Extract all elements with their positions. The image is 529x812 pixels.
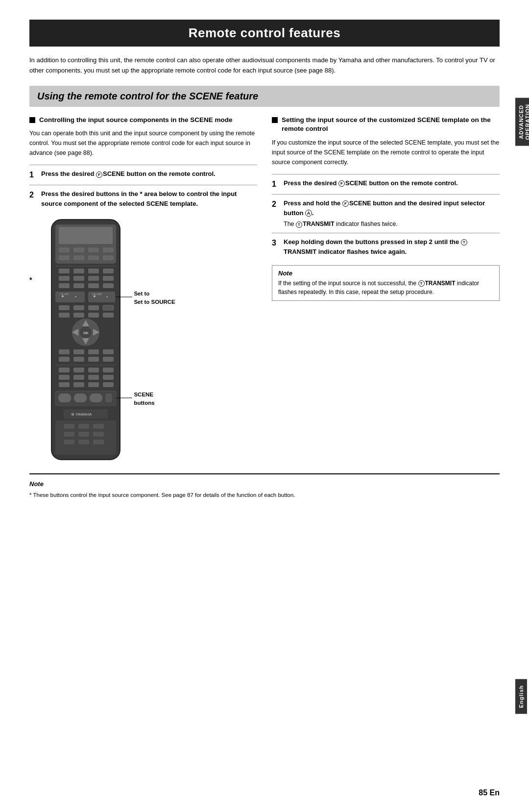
svg-rect-84 [93,440,104,444]
scene-circle-f-icon-r2: F [342,200,349,207]
svg-rect-82 [64,440,74,444]
svg-rect-20 [59,283,70,288]
svg-rect-78 [93,424,104,429]
svg-rect-13 [73,269,84,273]
svg-rect-38 [88,313,99,318]
svg-rect-37 [73,313,84,318]
bottom-note-text: * These buttons control the input source… [29,491,295,499]
left-steps-list: 1 Press the desired FSCENE button on the… [29,165,257,212]
svg-rect-72 [105,394,112,402]
svg-rect-3 [59,247,70,252]
svg-rect-60 [59,375,70,380]
right-subsection-title-row: Setting the input source of the customiz… [272,116,500,134]
circle-a-icon: A [305,210,312,217]
right-note-text: If the setting of the input source is no… [278,279,493,296]
left-subsection-title: Controlling the input source components … [39,116,233,125]
svg-rect-63 [103,375,114,380]
callout-scene: SCENEbuttons [134,391,154,406]
svg-text:VOLUME: VOLUME [92,293,102,295]
svg-rect-56 [59,368,70,372]
col-left: Controlling the input source components … [29,116,257,464]
svg-rect-77 [78,424,89,429]
bottom-note-inner: Note * These buttons control the input s… [29,479,295,499]
right-step-2-text: Press and hold the FSCENE button and the… [284,199,485,217]
bottom-note-title: Note [29,479,295,489]
transmit-circle-icon-note: T [418,280,425,287]
right-step-number-2: 2 [272,198,280,210]
svg-rect-34 [88,305,99,310]
remote-area: * [29,217,257,464]
svg-rect-53 [88,357,99,362]
svg-rect-59 [103,368,114,372]
svg-rect-65 [73,382,84,387]
right-sidebar: ADVANCEDOPERATION [515,98,529,146]
intro-text: In addition to controlling this unit, th… [29,55,500,76]
remote-wrapper: + - + - TV VOL VOLUME [37,217,144,464]
svg-rect-24 [55,292,85,302]
svg-rect-76 [64,424,74,429]
two-column-layout: Controlling the input source components … [29,116,500,464]
step-1-text: Press the desired FSCENE button on the r… [41,169,216,179]
black-square-icon-right [272,117,278,123]
svg-rect-80 [78,432,89,437]
svg-rect-47 [59,349,70,354]
svg-rect-21 [73,283,84,288]
svg-rect-49 [88,349,99,354]
svg-rect-22 [88,283,99,288]
svg-rect-36 [59,313,70,318]
svg-rect-67 [103,382,114,387]
step-number-1: 1 [29,169,37,181]
svg-rect-8 [73,255,84,260]
svg-rect-83 [78,440,89,444]
svg-rect-57 [73,368,84,372]
step-number-2: 2 [29,189,37,201]
page-number: 85 En [479,788,500,797]
right-subsection-title: Setting the input source of the customiz… [282,116,500,134]
svg-rect-5 [88,247,99,252]
scene-circle-f-icon: F [96,172,102,178]
svg-rect-52 [73,357,84,362]
svg-rect-39 [103,313,114,318]
right-step-1: 1 Press the desired FSCENE button on the… [272,174,500,194]
svg-rect-69 [58,394,71,402]
svg-rect-70 [74,394,87,402]
svg-rect-51 [59,357,70,362]
svg-rect-16 [59,276,70,281]
svg-rect-4 [73,247,84,252]
sidebar-advanced-label: ADVANCEDOPERATION [518,104,529,140]
section-heading: Using the remote control for the SCENE f… [29,86,500,107]
left-step-2: 2 Press the desired buttons in the * are… [29,185,257,212]
right-step-3: 3 Keep holding down the buttons pressed … [272,233,500,260]
svg-rect-50 [103,349,114,354]
right-step-2: 2 Press and hold the FSCENE button and t… [272,194,500,233]
section-heading-text: Using the remote control for the SCENE f… [37,91,492,102]
svg-rect-33 [73,305,84,310]
svg-rect-66 [88,382,99,387]
sidebar-tab-advanced: ADVANCEDOPERATION [515,98,529,146]
left-step-1: 1 Press the desired FSCENE button on the… [29,165,257,185]
right-step-3-text: Keep holding down the buttons pressed in… [284,237,500,256]
svg-rect-15 [103,269,114,273]
right-steps-list: 1 Press the desired FSCENE button on the… [272,174,500,260]
svg-text:-: - [75,294,76,299]
svg-rect-23 [103,283,114,288]
svg-rect-10 [103,255,114,260]
svg-text:TV VOL: TV VOL [60,293,69,295]
svg-text:OK: OK [83,331,89,335]
black-square-icon [29,117,35,123]
svg-rect-71 [90,394,102,402]
right-note-title: Note [278,270,493,277]
svg-text:-: - [106,294,108,299]
svg-rect-58 [88,368,99,372]
col-right: Setting the input source of the customiz… [272,116,500,464]
left-subsection-body: You can operate both this unit and the i… [29,128,257,158]
svg-rect-61 [73,375,84,380]
right-step-2-sub: The TTRANSMIT indicator flashes twice. [284,220,500,229]
remote-svg: + - + - TV VOL VOLUME [37,217,135,462]
svg-rect-54 [103,357,114,362]
svg-rect-62 [88,375,99,380]
star-label: * [29,276,32,284]
svg-rect-2 [59,227,113,244]
scene-circle-f-icon-r: F [338,180,345,187]
svg-rect-14 [88,269,99,273]
